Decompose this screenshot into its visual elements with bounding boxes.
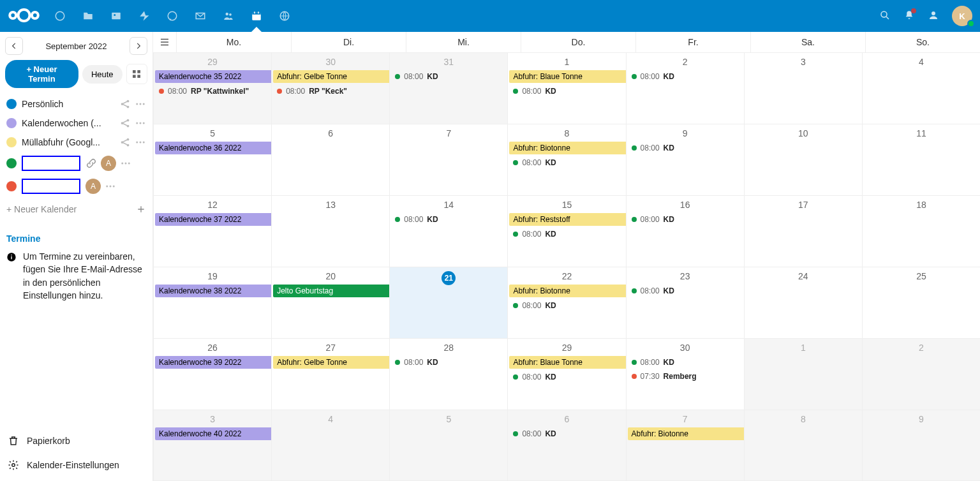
new-event-button[interactable]: + Neuer Termin (5, 60, 78, 88)
more-icon[interactable] (135, 98, 146, 110)
day-cell[interactable]: 2808:00KD (389, 339, 507, 410)
more-icon[interactable] (135, 137, 146, 148)
event-timed[interactable]: 08:00KD (628, 142, 743, 154)
day-cell[interactable]: 2 (862, 339, 980, 410)
day-cell[interactable]: 30Abfuhr: Gelbe Tonne08:00RP "Keck" (271, 53, 389, 124)
event-allday[interactable]: Kalenderwoche 35 2022 (155, 70, 271, 83)
notifications-icon[interactable] (903, 10, 915, 23)
event-allday[interactable]: Kalenderwoche 37 2022 (155, 213, 271, 226)
event-timed[interactable]: 08:00KD (628, 213, 743, 226)
day-cell[interactable]: 18 (862, 196, 980, 267)
today-button[interactable]: Heute (82, 65, 122, 84)
day-cell[interactable]: 1608:00KD (626, 196, 744, 267)
day-cell[interactable]: 7 (389, 124, 507, 195)
month-label[interactable]: September 2022 (23, 41, 130, 51)
day-cell[interactable]: 15Abfuhr: Reststoff08:00KD (507, 196, 625, 267)
day-cell[interactable]: 6 (271, 124, 389, 195)
event-allday[interactable]: Kalenderwoche 36 2022 (155, 142, 271, 154)
shared-avatar[interactable]: A (85, 179, 101, 194)
more-apps-icon[interactable] (271, 0, 299, 32)
talk-icon[interactable] (158, 0, 186, 32)
day-cell[interactable]: 4 (862, 53, 980, 124)
day-cell[interactable]: 608:00KD (507, 410, 625, 480)
event-timed[interactable]: 08:00KD (509, 427, 624, 440)
day-cell[interactable]: 3 (744, 53, 862, 124)
share-icon[interactable] (119, 117, 131, 129)
event-allday[interactable]: Kalenderwoche 39 2022 (155, 356, 271, 369)
event-allday[interactable]: Abfuhr: Blaue Tonne (509, 70, 625, 83)
day-cell[interactable]: 3108:00KD (389, 53, 507, 124)
dashboard-icon[interactable] (46, 0, 74, 32)
day-cell[interactable]: 17 (744, 196, 862, 267)
more-icon[interactable] (135, 117, 146, 129)
user-avatar[interactable]: K (952, 6, 972, 26)
event-timed[interactable]: 08:00KD (628, 285, 743, 297)
event-timed[interactable]: 08:00KD (509, 85, 624, 98)
shared-avatar[interactable]: A (101, 156, 116, 171)
share-icon[interactable] (119, 137, 131, 148)
event-allday[interactable]: Abfuhr: Biotonne (509, 285, 625, 297)
files-icon[interactable] (74, 0, 102, 32)
hamburger-icon[interactable] (153, 32, 176, 52)
day-cell[interactable]: 25 (862, 267, 980, 338)
prev-month-button[interactable] (5, 37, 23, 55)
day-cell[interactable]: 5Kalenderwoche 36 2022 (153, 124, 271, 195)
day-cell[interactable]: 29Kalenderwoche 35 202208:00RP "Kattwink… (153, 53, 271, 124)
contacts-menu-icon[interactable] (928, 10, 939, 23)
more-icon[interactable] (120, 158, 131, 169)
day-cell[interactable]: 2308:00KD (626, 267, 744, 338)
event-allday[interactable]: Abfuhr: Reststoff (509, 213, 625, 226)
view-switch-button[interactable] (126, 64, 147, 84)
day-cell[interactable]: 24 (744, 267, 862, 338)
day-cell[interactable]: 5 (389, 410, 507, 480)
event-timed[interactable]: 08:00KD (509, 228, 624, 241)
event-allday[interactable]: Abfuhr: Biotonne (509, 142, 625, 154)
event-allday[interactable]: Kalenderwoche 40 2022 (155, 427, 271, 440)
day-cell[interactable]: 1Abfuhr: Blaue Tonne08:00KD (507, 53, 625, 124)
day-cell[interactable]: 20Jelto Geburtstag (271, 267, 389, 338)
trash-button[interactable]: Papierkorb (4, 429, 149, 453)
event-timed[interactable]: 08:00KD (509, 299, 624, 312)
day-cell[interactable]: 8Abfuhr: Biotonne08:00KD (507, 124, 625, 195)
settings-button[interactable]: Kalender-Einstellungen (4, 453, 149, 477)
day-cell[interactable]: 4 (271, 410, 389, 480)
photos-icon[interactable] (102, 0, 130, 32)
day-cell[interactable]: 208:00KD (626, 53, 744, 124)
more-icon[interactable] (105, 181, 116, 192)
event-timed[interactable]: 08:00KD (391, 356, 506, 369)
day-cell[interactable]: 3008:00KD07:30Remberg (626, 339, 744, 410)
activity-icon[interactable] (130, 0, 158, 32)
event-timed[interactable]: 08:00KD (628, 70, 743, 83)
event-timed[interactable]: 08:00KD (391, 213, 506, 226)
day-cell[interactable]: 908:00KD (626, 124, 744, 195)
link-icon[interactable] (85, 158, 97, 169)
event-allday[interactable]: Abfuhr: Gelbe Tonne (273, 70, 389, 83)
day-cell[interactable]: 13 (271, 196, 389, 267)
day-cell[interactable]: 1 (744, 339, 862, 410)
day-cell[interactable]: 3Kalenderwoche 40 2022 (153, 410, 271, 480)
day-cell[interactable]: 11 (862, 124, 980, 195)
nextcloud-logo[interactable] (8, 6, 40, 26)
day-cell[interactable]: 10 (744, 124, 862, 195)
day-cell[interactable]: 22Abfuhr: Biotonne08:00KD (507, 267, 625, 338)
day-cell[interactable]: 8 (744, 410, 862, 480)
calendar-item[interactable]: A (4, 152, 149, 175)
calendar-item[interactable]: Kalenderwochen (... (4, 114, 149, 133)
event-allday[interactable]: Abfuhr: Gelbe Tonne (273, 356, 389, 369)
event-timed[interactable]: 08:00KD (391, 70, 506, 83)
event-timed[interactable]: 08:00KD (509, 156, 624, 169)
search-icon[interactable] (879, 10, 891, 23)
calendar-item[interactable]: Müllabfuhr (Googl... (4, 133, 149, 152)
new-calendar-button[interactable]: + Neuer Kalender (4, 198, 149, 221)
share-icon[interactable] (119, 98, 131, 110)
event-timed[interactable]: 08:00RP "Kattwinkel" (155, 85, 270, 98)
next-month-button[interactable] (130, 37, 147, 55)
event-allday[interactable]: Abfuhr: Biotonne (628, 427, 744, 440)
event-allday[interactable]: Jelto Geburtstag (273, 285, 389, 297)
event-timed[interactable]: 07:30Remberg (628, 370, 743, 383)
contacts-icon[interactable] (214, 0, 242, 32)
event-allday[interactable]: Abfuhr: Blaue Tonne (509, 356, 625, 369)
mail-icon[interactable] (186, 0, 214, 32)
day-cell[interactable]: 21 (389, 267, 507, 338)
calendar-item[interactable]: A (4, 175, 149, 198)
